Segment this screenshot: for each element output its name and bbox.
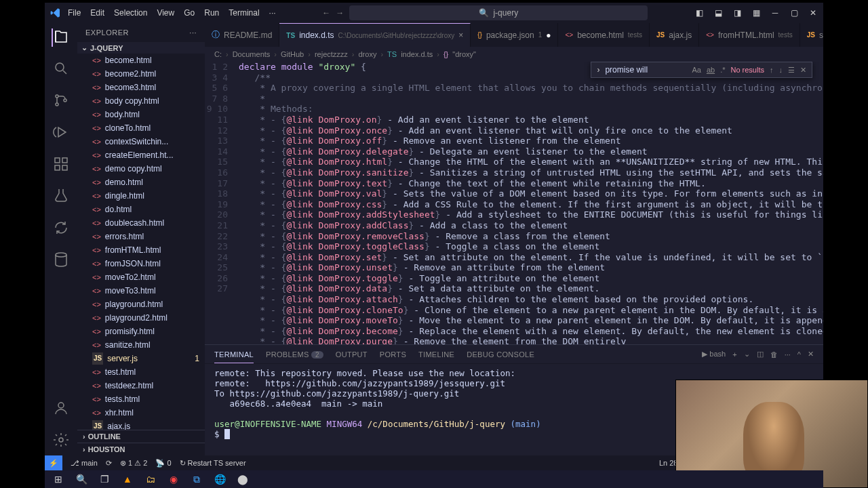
editor-tab[interactable]: TS index.d.ts C:\Documents\GitHub\reject… (279, 23, 471, 47)
file-item[interactable]: <>errors.html (77, 230, 205, 243)
layout-bottom-icon[interactable]: ⬓ (713, 8, 723, 18)
breadcrumb[interactable]: C:› Documents› GitHub› rejectzzzz› droxy… (205, 47, 823, 62)
git-branch[interactable]: ⎇ main (71, 459, 98, 468)
app-brave[interactable]: ◉ (164, 472, 183, 487)
app-vlc[interactable]: ▲ (118, 472, 137, 487)
debug-icon[interactable] (53, 124, 69, 142)
editor-tab[interactable]: {} package.json 1 ● (471, 23, 558, 47)
file-item[interactable]: <>playground2.html (77, 311, 205, 325)
find-selection-icon[interactable]: ☰ (788, 66, 795, 75)
kill-terminal-icon[interactable]: 🗑 (770, 350, 778, 359)
file-item[interactable]: <>become2.html (77, 67, 205, 81)
file-item[interactable]: <>doublecash.html (77, 216, 205, 230)
file-item[interactable]: <>body copy.html (77, 94, 205, 108)
file-item[interactable]: <>sanitize.html (77, 338, 205, 352)
file-item[interactable]: <>tests.html (77, 392, 205, 406)
app-explorer[interactable]: 🗂 (141, 472, 160, 487)
folder-header[interactable]: ⌄ J-QUERY (77, 42, 205, 54)
file-item[interactable]: <>contextSwitchin... (77, 135, 205, 148)
find-close-icon[interactable]: ✕ (800, 66, 806, 75)
problems-status[interactable]: ⊗ 1 ⚠ 2 (120, 459, 147, 468)
layout-left-icon[interactable]: ◧ (694, 8, 704, 18)
menu-go[interactable]: Go (184, 8, 195, 18)
outline-section[interactable]: ›OUTLINE (77, 430, 205, 443)
app-chrome[interactable]: 🌐 (210, 472, 229, 487)
layout-right-icon[interactable]: ◨ (732, 8, 742, 18)
close-panel-icon[interactable]: ✕ (808, 350, 814, 359)
file-item[interactable]: <>fromHTML.html (77, 243, 205, 257)
find-next-icon[interactable]: ↓ (779, 66, 783, 74)
file-item[interactable]: <>demo.html (77, 176, 205, 189)
file-item[interactable]: JSajax.js (77, 420, 205, 430)
editor-tab[interactable]: <> become.html tests (558, 23, 650, 47)
editor-tab[interactable]: JS ajax.js (650, 23, 699, 47)
start-button[interactable]: ⊞ (49, 472, 68, 487)
match-word-icon[interactable]: ab (707, 66, 715, 74)
tab-terminal[interactable]: TERMINAL (214, 350, 254, 363)
menu-terminal[interactable]: Terminal (229, 8, 259, 18)
panel-more-icon[interactable]: ··· (785, 350, 791, 359)
tab-ports[interactable]: PORTS (380, 350, 406, 359)
search-panel-icon[interactable] (53, 60, 69, 79)
menu-file[interactable]: File (68, 8, 81, 18)
file-item[interactable]: <>moveTo2.html (77, 270, 205, 284)
file-item[interactable]: JSserver.js1 (77, 352, 205, 365)
menu-edit[interactable]: Edit (90, 8, 104, 18)
maximize-icon[interactable]: ▢ (789, 8, 799, 18)
file-item[interactable]: <>testdeez.html (77, 379, 205, 392)
remote-indicator[interactable]: ⚡ (45, 455, 62, 470)
editor-tab[interactable]: ⓘ README.md (205, 23, 279, 47)
terminal-profile[interactable]: ▶ bash (702, 350, 726, 359)
ports-status[interactable]: 📡 0 (155, 459, 171, 468)
taskbar-search-icon[interactable]: 🔍 (72, 472, 91, 487)
sidebar-more-icon[interactable]: ··· (189, 28, 197, 37)
settings-icon[interactable] (53, 432, 69, 450)
nav-forward-icon[interactable]: → (336, 8, 344, 18)
code-content[interactable]: declare module "droxy" { /** * A proxy c… (239, 62, 823, 344)
file-item[interactable]: <>promisify.html (77, 325, 205, 338)
editor-tab[interactable]: <> fromHTML.html tests (699, 23, 800, 47)
command-center[interactable]: 🔍 j-query (349, 5, 648, 20)
file-item[interactable]: <>playground.html (77, 298, 205, 311)
task-view-icon[interactable]: ❐ (95, 472, 114, 487)
menu-more[interactable]: ··· (269, 8, 276, 18)
app-obs[interactable]: ⬤ (233, 472, 252, 487)
file-item[interactable]: <>become.html (77, 54, 205, 67)
menu-selection[interactable]: Selection (114, 8, 147, 18)
layout-grid-icon[interactable]: ▦ (751, 8, 761, 18)
file-item[interactable]: <>test.html (77, 365, 205, 379)
minimize-icon[interactable]: ─ (770, 8, 780, 18)
file-item[interactable]: <>moveTo3.html (77, 284, 205, 298)
close-icon[interactable]: ✕ (808, 8, 818, 18)
new-terminal-icon[interactable]: + (732, 350, 736, 359)
match-case-icon[interactable]: Aa (692, 66, 701, 74)
houston-section[interactable]: ›HOUSTON (77, 443, 205, 455)
split-terminal-icon[interactable]: ◫ (757, 350, 764, 359)
find-expand-icon[interactable]: › (597, 65, 599, 75)
terminal-dropdown-icon[interactable]: ⌄ (744, 350, 750, 359)
file-item[interactable]: <>createElement.ht... (77, 148, 205, 162)
file-item[interactable]: <>fromJSON.html (77, 257, 205, 270)
regex-icon[interactable]: .* (720, 66, 725, 74)
explorer-icon[interactable] (52, 28, 69, 47)
menu-view[interactable]: View (157, 8, 174, 18)
account-icon[interactable] (53, 400, 69, 418)
extensions-icon[interactable] (53, 156, 69, 174)
file-item[interactable]: <>do.html (77, 203, 205, 216)
find-input[interactable] (605, 65, 686, 75)
source-control-icon[interactable] (53, 92, 69, 110)
refresh-icon[interactable] (53, 220, 69, 238)
app-vscode[interactable]: ⧉ (187, 472, 206, 487)
restart-ts[interactable]: ↻ Restart TS server (180, 459, 246, 468)
menu-run[interactable]: Run (204, 8, 219, 18)
tab-timeline[interactable]: TIMELINE (418, 350, 454, 359)
tab-output[interactable]: OUTPUT (336, 350, 368, 359)
nav-back-icon[interactable]: ← (322, 8, 330, 18)
file-item[interactable]: <>cloneTo.html (77, 121, 205, 135)
file-item[interactable]: <>dingle.html (77, 189, 205, 203)
database-icon[interactable] (53, 251, 69, 270)
testing-icon[interactable] (53, 188, 69, 206)
find-prev-icon[interactable]: ↑ (770, 66, 774, 74)
git-sync[interactable]: ⟳ (106, 459, 112, 468)
file-item[interactable]: <>body.html (77, 108, 205, 121)
